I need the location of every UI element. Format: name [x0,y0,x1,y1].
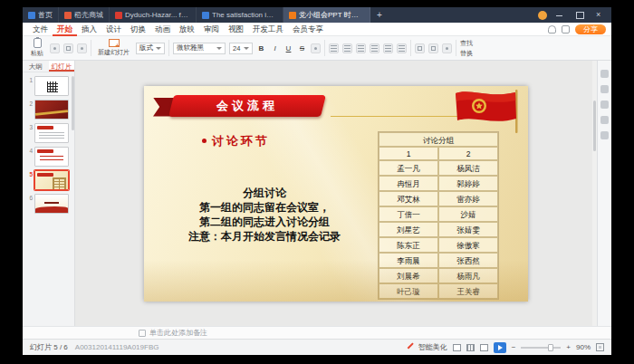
new-slide-button[interactable]: 新建幻灯片 [95,39,132,57]
slide-thumbnail-1[interactable]: 1 [23,76,71,96]
zoom-out-button[interactable]: − [512,343,516,351]
menu-view[interactable]: 视图 [224,23,248,36]
line-spacing-icon[interactable] [397,43,407,53]
layout-dropdown[interactable]: 版式 [136,43,165,54]
cut-icon[interactable] [50,43,60,53]
zoom-in-button[interactable]: + [566,343,571,351]
table-cell[interactable]: 李雨晨 [379,253,438,268]
zoom-slider[interactable] [521,347,561,349]
user-avatar[interactable] [538,11,547,20]
table-cell[interactable]: 张婧雯 [438,222,498,237]
section-heading[interactable]: 讨论环节 [202,133,270,149]
fit-to-window-icon[interactable] [596,343,604,351]
zoom-slider-thumb[interactable] [548,344,553,351]
thumbnail-preview[interactable] [34,170,69,190]
tab-ppt-document-active[interactable]: 党小组会PPT 时事讨论.pptx [283,7,370,23]
bullet-list-icon[interactable] [329,43,339,53]
table-cell[interactable]: 冉恒月 [379,176,438,191]
panel-scrollbar[interactable] [72,76,74,130]
current-slide[interactable]: 会议流程 讨论环节 分组讨论 第一组的同志留在会议室， 第 [144,86,528,302]
align-center-icon[interactable] [370,43,379,53]
cloud-sync-icon[interactable] [562,25,570,34]
font-color-icon[interactable] [311,43,321,53]
notification-bell-icon[interactable] [548,25,556,34]
maximize-icon[interactable] [572,7,587,23]
slide-thumbnail-5-active[interactable]: 5 [23,170,71,190]
table-cell[interactable]: 张西然 [438,253,498,268]
thumbnail-preview[interactable] [34,147,69,167]
normal-view-icon[interactable] [453,344,461,351]
format-painter-icon[interactable] [77,43,87,53]
align-left-icon[interactable] [356,43,366,53]
underline-button[interactable]: U [283,43,293,54]
notes-placeholder[interactable]: 单击此处添加备注 [149,328,207,338]
shapes-icon[interactable] [415,43,425,53]
slides-tab[interactable]: 幻灯片 [49,61,75,72]
quick-style-icon[interactable] [442,43,452,53]
tab-word-document[interactable]: The satisfaction is mine.docx [197,7,283,23]
menu-insert[interactable]: 插入 [77,23,101,36]
slide-canvas[interactable]: 会议流程 讨论环节 分组讨论 第一组的同志留在会议室， 第 [75,61,597,326]
table-column-header[interactable]: 2 [438,147,498,160]
menu-home[interactable]: 开始 [53,23,77,36]
table-column-header[interactable]: 1 [379,147,438,160]
tab-home[interactable]: 首页 [23,7,59,23]
italic-button[interactable]: I [270,43,280,54]
minimize-icon[interactable] [552,7,567,23]
menu-animation[interactable]: 动画 [150,23,175,36]
table-title[interactable]: 讨论分组 [379,132,498,147]
slide-title[interactable]: 会议流程 [171,95,323,117]
canvas-scrollbar-thumb[interactable] [593,101,596,151]
menu-member[interactable]: 会员专享 [288,23,328,36]
strikethrough-button[interactable]: S [297,43,307,54]
thumbnail-preview[interactable] [34,100,69,120]
slideshow-play-button[interactable] [494,342,506,353]
table-cell[interactable]: 刘星艺 [379,222,438,237]
thumbnail-preview[interactable] [34,123,69,143]
notes-bar[interactable]: 单击此处添加备注 [23,326,611,339]
menu-devtools[interactable]: 开发工具 [248,23,288,36]
find-button[interactable]: 查找 [460,39,473,48]
table-cell[interactable]: 丁倍一 [379,206,438,222]
font-name-dropdown[interactable]: 微软雅黑 [173,43,226,54]
animation-panel-icon[interactable] [600,101,609,109]
numbered-list-icon[interactable] [342,43,352,53]
table-cell[interactable]: 叶己璇 [379,283,438,299]
new-tab-button[interactable]: + [370,7,389,23]
help-panel-icon[interactable] [600,131,609,139]
tab-pdf-document[interactable]: Dyduch-Hazar... followim.pdf [110,7,197,23]
slide-sorter-view-icon[interactable] [466,344,475,351]
table-cell[interactable]: 郭婷婷 [438,176,498,191]
align-right-icon[interactable] [383,43,393,53]
beautify-label[interactable]: 智能美化 [418,342,447,352]
table-cell[interactable]: 杨雨凡 [438,268,498,283]
menu-file[interactable]: 文件 [28,23,53,36]
thumbnail-preview[interactable] [34,76,69,96]
slide-thumbnail-4[interactable]: 4 [23,147,71,167]
menu-transition[interactable]: 切换 [126,23,150,36]
table-cell[interactable]: 孟一凡 [379,160,438,176]
font-size-dropdown[interactable]: 24 [229,43,253,54]
tab-docer-mall[interactable]: 稻壳商城 [59,7,110,23]
table-cell[interactable]: 沙婧 [438,206,498,222]
close-icon[interactable] [592,7,607,23]
reading-view-icon[interactable] [480,344,488,351]
menu-design[interactable]: 设计 [101,23,126,36]
paste-button[interactable]: 粘贴 [28,38,46,58]
table-cell[interactable]: 雷亦婷 [438,191,498,206]
thumbnail-preview[interactable] [34,194,69,214]
table-cell[interactable]: 徐傲寒 [438,237,498,253]
replace-button[interactable]: 替换 [460,49,473,58]
table-cell[interactable]: 陈东正 [379,237,438,253]
table-cell[interactable]: 王关睿 [438,283,498,299]
slide-thumbnail-2[interactable]: 2 [23,100,71,120]
table-cell[interactable]: 杨凤洁 [438,160,498,176]
canvas-scrollbar[interactable] [592,61,597,326]
copy-icon[interactable] [63,43,73,53]
slide-thumbnail-3[interactable]: 3 [23,123,71,143]
menu-slideshow[interactable]: 放映 [175,23,199,36]
comment-panel-icon[interactable] [600,116,609,124]
share-button[interactable]: 分享 [575,24,606,34]
slide-body-text[interactable]: 分组讨论 第一组的同志留在会议室， 第二组的同志进入讨论分组 注意：本月开始发言… [153,186,376,244]
text-box-icon[interactable] [428,43,438,53]
